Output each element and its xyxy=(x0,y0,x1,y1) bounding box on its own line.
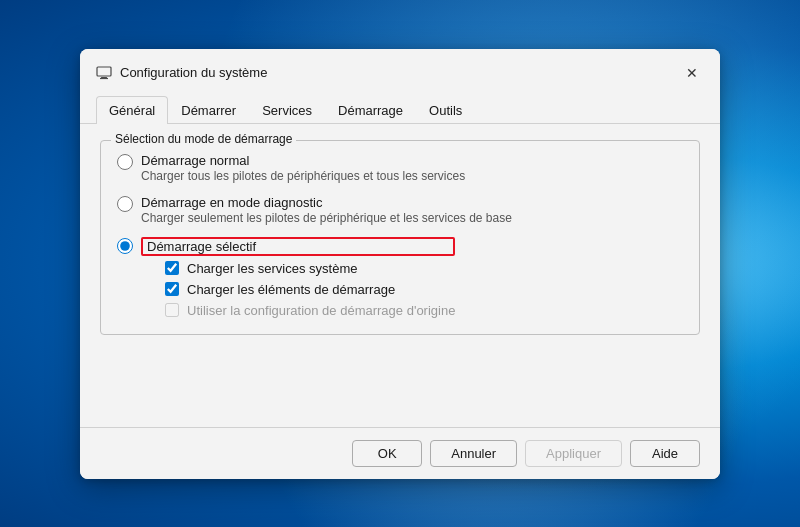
radio-normal-label[interactable]: Démarrage normal xyxy=(141,153,465,168)
checkbox-elements-label[interactable]: Charger les éléments de démarrage xyxy=(187,282,395,297)
apply-button[interactable]: Appliquer xyxy=(525,440,622,467)
close-button[interactable]: ✕ xyxy=(680,61,704,85)
checkbox-config-label: Utiliser la configuration de démarrage d… xyxy=(187,303,455,318)
group-label: Sélection du mode de démarrage xyxy=(111,132,296,146)
radio-normal[interactable] xyxy=(117,154,133,170)
radio-diagnostic-label[interactable]: Démarrage en mode diagnostic xyxy=(141,195,512,210)
checkbox-row-elements: Charger les éléments de démarrage xyxy=(165,282,455,297)
monitor-icon xyxy=(96,65,112,81)
radio-normal-desc: Charger tous les pilotes de périphérique… xyxy=(141,169,465,183)
title-bar: Configuration du système ✕ xyxy=(80,49,720,95)
radio-option-diagnostic: Démarrage en mode diagnostic Charger seu… xyxy=(117,195,683,225)
startup-mode-group: Sélection du mode de démarrage Démarrage… xyxy=(100,140,700,335)
radio-selectif[interactable] xyxy=(117,238,133,254)
checkbox-services-systeme[interactable] xyxy=(165,261,179,275)
radio-selectif-label[interactable]: Démarrage sélectif xyxy=(141,237,455,256)
tab-demarrer[interactable]: Démarrer xyxy=(168,96,249,124)
radio-diagnostic[interactable] xyxy=(117,196,133,212)
dialog-content: Sélection du mode de démarrage Démarrage… xyxy=(80,124,720,427)
radio-option-normal: Démarrage normal Charger tous les pilote… xyxy=(117,153,683,183)
radio-option-selectif: Démarrage sélectif Charger les services … xyxy=(117,237,683,318)
cancel-button[interactable]: Annuler xyxy=(430,440,517,467)
dialog-overlay: Configuration du système ✕ Général Démar… xyxy=(0,0,800,527)
checkbox-row-config: Utiliser la configuration de démarrage d… xyxy=(165,303,455,318)
tabs-bar: Général Démarrer Services Démarrage Outi… xyxy=(80,95,720,124)
checkbox-row-services: Charger les services système xyxy=(165,261,455,276)
tab-services[interactable]: Services xyxy=(249,96,325,124)
tab-general[interactable]: Général xyxy=(96,96,168,124)
tab-outils[interactable]: Outils xyxy=(416,96,475,124)
system-config-dialog: Configuration du système ✕ Général Démar… xyxy=(80,49,720,479)
checkbox-services-label[interactable]: Charger les services système xyxy=(187,261,358,276)
svg-rect-0 xyxy=(97,67,111,76)
checkbox-elements-demarrage[interactable] xyxy=(165,282,179,296)
ok-button[interactable]: OK xyxy=(352,440,422,467)
selective-checkboxes: Charger les services système Charger les… xyxy=(141,261,455,318)
dialog-title: Configuration du système xyxy=(120,65,672,80)
dialog-footer: OK Annuler Appliquer Aide xyxy=(80,427,720,479)
radio-diagnostic-desc: Charger seulement les pilotes de périphé… xyxy=(141,211,512,225)
checkbox-config-origine[interactable] xyxy=(165,303,179,317)
tab-demarrage[interactable]: Démarrage xyxy=(325,96,416,124)
help-button[interactable]: Aide xyxy=(630,440,700,467)
